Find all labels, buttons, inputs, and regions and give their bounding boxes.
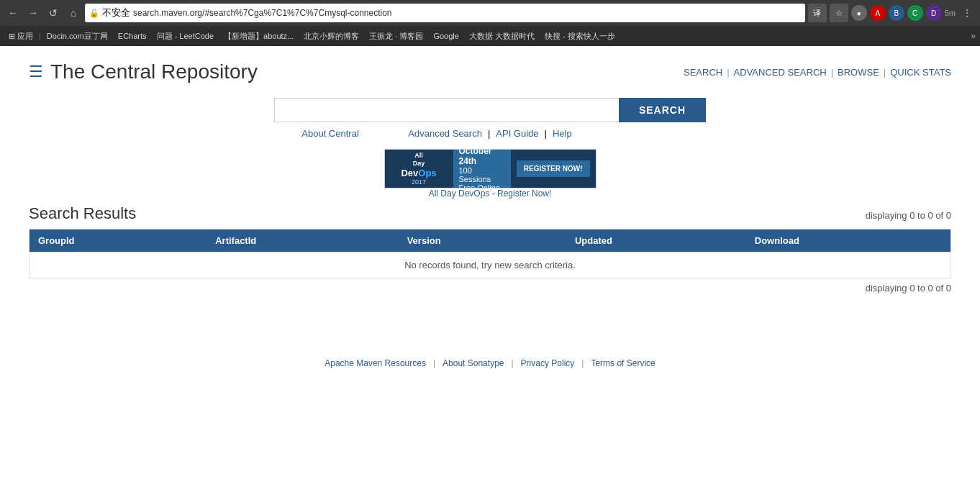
- ext-2[interactable]: C: [907, 5, 923, 21]
- menu-button[interactable]: ⋮: [958, 4, 976, 22]
- site-header: ☰ The Central Repository SEARCH | ADVANC…: [0, 46, 980, 91]
- search-area: SEARCH About Central Advanced Search | A…: [0, 91, 980, 139]
- search-input[interactable]: [274, 98, 619, 122]
- bookmarks-bar: ⊞ 应用 | Docin.com豆丁网 ECharts 问题 - LeetCod…: [0, 26, 980, 46]
- search-links: About Central Advanced Search | API Guid…: [301, 128, 678, 139]
- col-groupid: GroupId: [30, 229, 207, 252]
- api-guide-link[interactable]: API Guide: [496, 128, 538, 139]
- site-logo: ☰ The Central Repository: [29, 60, 258, 83]
- nav-search[interactable]: SEARCH: [684, 67, 722, 78]
- about-central-link[interactable]: About Central: [301, 128, 359, 139]
- link-sep-1: |: [488, 128, 490, 139]
- footer-link-maven[interactable]: Apache Maven Resources: [325, 358, 426, 368]
- site-footer: Apache Maven Resources | About Sonatype …: [0, 351, 980, 376]
- results-table: GroupId ArtifactId Version Updated Downl…: [29, 229, 951, 278]
- nav-browse[interactable]: BROWSE: [838, 67, 879, 78]
- search-row: SEARCH: [274, 98, 706, 122]
- nav-sep-1: |: [727, 67, 729, 78]
- security-label: 不安全: [102, 6, 130, 19]
- footer-sep-3: |: [581, 358, 584, 368]
- extension-label: 5m: [945, 9, 956, 17]
- reload-button[interactable]: ↺: [45, 4, 62, 22]
- ext-1[interactable]: B: [889, 5, 904, 21]
- bookmark-bigdata[interactable]: 大数据 大数据时代: [465, 29, 539, 43]
- nav-sep-2: |: [831, 67, 833, 78]
- footer-link-sonatype[interactable]: About Sonatype: [443, 358, 504, 368]
- star-button[interactable]: ☆: [830, 4, 848, 22]
- ad-title: October 24th: [459, 149, 505, 166]
- nav-quick-stats[interactable]: QUICK STATS: [890, 67, 951, 78]
- ad-logo: AllDayDevOps 2017: [385, 150, 453, 188]
- bookmark-docin[interactable]: Docin.com豆丁网: [42, 29, 112, 43]
- ad-year: 2017: [412, 178, 426, 186]
- table-header-row: GroupId ArtifactId Version Updated Downl…: [30, 229, 951, 252]
- translate-button[interactable]: 译: [808, 4, 827, 22]
- home-button[interactable]: ⌂: [65, 4, 82, 22]
- advanced-search-link[interactable]: Advanced Search: [408, 128, 482, 139]
- footer-link-privacy[interactable]: Privacy Policy: [521, 358, 575, 368]
- col-artifactid: ArtifactId: [207, 229, 398, 252]
- browser-actions: 译 ☆ ● A B C D 5m ⋮: [808, 4, 976, 22]
- profile-icon[interactable]: ●: [851, 5, 867, 21]
- footer-sep-2: |: [511, 358, 513, 368]
- ad-logo-text: AllDayDevOps: [401, 152, 436, 178]
- bookmark-sep-1: |: [39, 32, 41, 40]
- ad-subtitle2: Free Online: [459, 183, 505, 189]
- nav-advanced-search[interactable]: ADVANCED SEARCH: [734, 67, 827, 78]
- displaying-top: displaying 0 to 0 of 0: [866, 210, 951, 221]
- browser-chrome: ← → ↺ ⌂ 🔓 不安全 search.maven.org/#search%7…: [0, 0, 980, 46]
- ad-middle: October 24th 100 Sessions Free Online: [453, 150, 511, 188]
- search-button[interactable]: SEARCH: [619, 98, 706, 122]
- page-content: ☰ The Central Repository SEARCH | ADVANC…: [0, 46, 980, 463]
- search-sub-links: Advanced Search | API Guide | Help: [408, 128, 571, 139]
- bookmark-aboutz[interactable]: 【新增题】aboutz...: [219, 29, 298, 43]
- nav-sep-3: |: [884, 67, 886, 78]
- security-icon: 🔓: [89, 9, 99, 18]
- ad-right: REGISTER NOW!: [511, 150, 596, 188]
- results-title: Search Results: [29, 204, 136, 223]
- bookmark-search[interactable]: 快搜 - 搜索快人一步: [540, 29, 620, 43]
- col-version: Version: [399, 229, 566, 252]
- link-sep-2: |: [545, 128, 547, 139]
- site-nav: SEARCH | ADVANCED SEARCH | BROWSE | QUIC…: [684, 67, 951, 78]
- ext-3[interactable]: D: [926, 5, 942, 21]
- col-updated: Updated: [566, 229, 746, 252]
- col-download: Download: [746, 229, 951, 252]
- forward-button[interactable]: →: [24, 4, 42, 22]
- bookmark-blog2[interactable]: 王振龙 · 博客园: [365, 29, 427, 43]
- results-header: Search Results displaying 0 to 0 of 0: [29, 204, 951, 223]
- logo-text: The Central Repository: [50, 60, 258, 83]
- no-records-cell: No records found, try new search criteri…: [30, 252, 951, 278]
- bookmarks-more[interactable]: »: [971, 31, 976, 41]
- ad-banner: AllDayDevOps 2017 October 24th 100 Sessi…: [0, 149, 980, 199]
- url-text: search.maven.org/#search%7Cga%7C1%7C%7Cm…: [133, 8, 801, 18]
- bookmark-apps[interactable]: ⊞ 应用: [4, 29, 37, 43]
- ad-box[interactable]: AllDayDevOps 2017 October 24th 100 Sessi…: [384, 149, 596, 188]
- ad-link[interactable]: All Day DevOps - Register Now!: [429, 188, 552, 199]
- browser-toolbar: ← → ↺ ⌂ 🔓 不安全 search.maven.org/#search%7…: [0, 0, 980, 26]
- ad-subtitle1: 100 Sessions: [459, 166, 505, 183]
- address-bar[interactable]: 🔓 不安全 search.maven.org/#search%7Cga%7C1%…: [85, 4, 805, 22]
- table-row: No records found, try new search criteri…: [30, 252, 951, 278]
- ad-register-button[interactable]: REGISTER NOW!: [517, 160, 590, 177]
- main-content: Search Results displaying 0 to 0 of 0 Gr…: [0, 204, 980, 293]
- bookmark-google[interactable]: Google: [429, 30, 463, 42]
- back-button[interactable]: ←: [4, 4, 22, 22]
- bookmark-echarts[interactable]: ECharts: [114, 30, 151, 42]
- ext-abp[interactable]: A: [870, 5, 886, 21]
- footer-sep-1: |: [433, 358, 435, 368]
- footer-links: Apache Maven Resources | About Sonatype …: [7, 358, 973, 368]
- footer-link-terms[interactable]: Terms of Service: [591, 358, 655, 368]
- logo-icon: ☰: [29, 63, 43, 81]
- help-link[interactable]: Help: [553, 128, 572, 139]
- bookmark-leetcode[interactable]: 问题 - LeetCode: [153, 29, 218, 43]
- displaying-bottom: displaying 0 to 0 of 0: [29, 283, 951, 293]
- bookmark-blog1[interactable]: 北京小辉的博客: [299, 29, 363, 43]
